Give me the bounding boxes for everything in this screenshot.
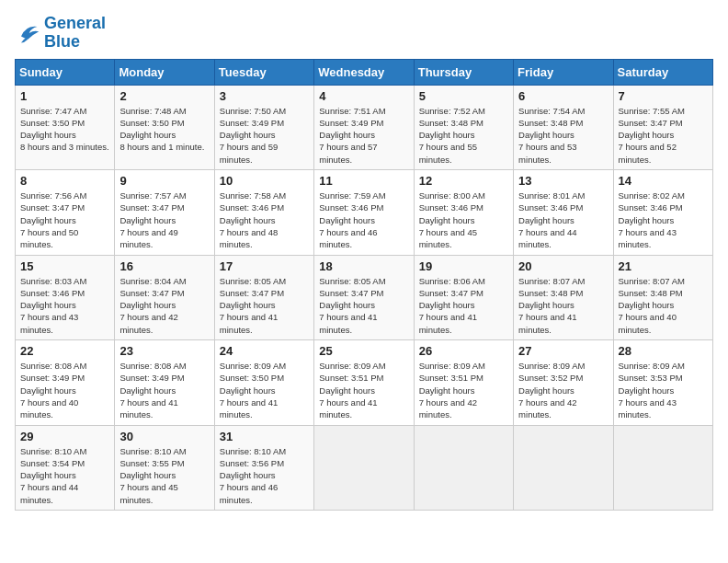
calendar-cell: 15Sunrise: 8:03 AMSunset: 3:46 PMDayligh… — [16, 255, 115, 339]
day-number: 26 — [419, 344, 508, 358]
calendar-cell — [414, 425, 513, 510]
calendar-cell: 28Sunrise: 8:09 AMSunset: 3:53 PMDayligh… — [613, 340, 712, 425]
day-info: Sunrise: 7:57 AMSunset: 3:47 PMDaylight … — [119, 190, 209, 250]
logo-icon — [15, 20, 40, 46]
day-info: Sunrise: 7:50 AMSunset: 3:49 PMDaylight … — [220, 105, 309, 166]
calendar-cell: 19Sunrise: 8:06 AMSunset: 3:47 PMDayligh… — [414, 255, 513, 339]
header-cell-sunday: Sunday — [16, 59, 115, 85]
calendar-cell: 30Sunrise: 8:10 AMSunset: 3:55 PMDayligh… — [115, 425, 214, 510]
calendar-week-2: 8Sunrise: 7:56 AMSunset: 3:47 PMDaylight… — [16, 170, 713, 255]
calendar-cell: 16Sunrise: 8:04 AMSunset: 3:47 PMDayligh… — [115, 255, 214, 339]
calendar-cell: 31Sunrise: 8:10 AMSunset: 3:56 PMDayligh… — [214, 425, 313, 510]
day-info: Sunrise: 8:10 AMSunset: 3:55 PMDaylight … — [119, 445, 209, 506]
day-info: Sunrise: 8:09 AMSunset: 3:51 PMDaylight … — [319, 360, 408, 420]
day-info: Sunrise: 7:58 AMSunset: 3:46 PMDaylight … — [220, 190, 309, 250]
day-info: Sunrise: 8:06 AMSunset: 3:47 PMDaylight … — [419, 275, 508, 336]
day-number: 9 — [119, 174, 209, 188]
day-number: 21 — [619, 259, 708, 273]
day-number: 1 — [20, 89, 109, 103]
calendar-cell — [514, 425, 613, 510]
day-info: Sunrise: 8:09 AMSunset: 3:51 PMDaylight … — [419, 360, 508, 420]
day-number: 2 — [119, 89, 209, 103]
calendar-cell: 11Sunrise: 7:59 AMSunset: 3:46 PMDayligh… — [314, 170, 414, 255]
day-number: 29 — [20, 430, 109, 443]
day-number: 12 — [419, 174, 508, 188]
day-number: 13 — [518, 174, 608, 188]
day-number: 8 — [20, 174, 109, 188]
calendar-cell: 26Sunrise: 8:09 AMSunset: 3:51 PMDayligh… — [414, 340, 513, 425]
day-number: 27 — [518, 344, 608, 358]
day-info: Sunrise: 8:02 AMSunset: 3:46 PMDaylight … — [619, 190, 708, 250]
calendar-cell: 6Sunrise: 7:54 AMSunset: 3:48 PMDaylight… — [514, 85, 613, 169]
calendar-cell: 13Sunrise: 8:01 AMSunset: 3:46 PMDayligh… — [514, 170, 613, 255]
calendar-cell: 20Sunrise: 8:07 AMSunset: 3:48 PMDayligh… — [514, 255, 613, 339]
calendar-week-5: 29Sunrise: 8:10 AMSunset: 3:54 PMDayligh… — [16, 425, 713, 510]
day-number: 4 — [319, 89, 408, 103]
day-number: 14 — [619, 174, 708, 188]
calendar-week-1: 1Sunrise: 7:47 AMSunset: 3:50 PMDaylight… — [16, 85, 713, 169]
calendar-cell: 10Sunrise: 7:58 AMSunset: 3:46 PMDayligh… — [214, 170, 313, 255]
calendar-cell: 5Sunrise: 7:52 AMSunset: 3:48 PMDaylight… — [414, 85, 513, 169]
day-info: Sunrise: 8:08 AMSunset: 3:49 PMDaylight … — [20, 360, 109, 420]
day-number: 17 — [220, 259, 309, 273]
calendar-cell: 7Sunrise: 7:55 AMSunset: 3:47 PMDaylight… — [613, 85, 712, 169]
page-header: General Blue — [15, 15, 713, 52]
header-cell-tuesday: Tuesday — [214, 59, 313, 85]
calendar-cell — [314, 425, 414, 510]
day-info: Sunrise: 8:00 AMSunset: 3:46 PMDaylight … — [419, 190, 508, 250]
calendar-cell: 3Sunrise: 7:50 AMSunset: 3:49 PMDaylight… — [214, 85, 313, 169]
day-number: 31 — [220, 430, 309, 443]
day-number: 23 — [119, 344, 209, 358]
calendar-cell: 25Sunrise: 8:09 AMSunset: 3:51 PMDayligh… — [314, 340, 414, 425]
calendar-week-4: 22Sunrise: 8:08 AMSunset: 3:49 PMDayligh… — [16, 340, 713, 425]
day-number: 11 — [319, 174, 408, 188]
header-cell-friday: Friday — [514, 59, 613, 85]
day-info: Sunrise: 8:09 AMSunset: 3:52 PMDaylight … — [518, 360, 608, 420]
day-number: 6 — [518, 89, 608, 103]
header-cell-wednesday: Wednesday — [314, 59, 414, 85]
day-number: 30 — [119, 430, 209, 443]
calendar-cell: 23Sunrise: 8:08 AMSunset: 3:49 PMDayligh… — [115, 340, 214, 425]
day-number: 10 — [220, 174, 309, 188]
header-cell-monday: Monday — [115, 59, 214, 85]
day-info: Sunrise: 8:10 AMSunset: 3:56 PMDaylight … — [220, 445, 309, 506]
logo-text: General Blue — [44, 15, 106, 52]
day-info: Sunrise: 8:03 AMSunset: 3:46 PMDaylight … — [20, 275, 109, 336]
day-number: 19 — [419, 259, 508, 273]
day-info: Sunrise: 8:05 AMSunset: 3:47 PMDaylight … — [220, 275, 309, 336]
calendar-cell — [613, 425, 712, 510]
calendar-header: SundayMondayTuesdayWednesdayThursdayFrid… — [16, 59, 713, 85]
day-info: Sunrise: 8:10 AMSunset: 3:54 PMDaylight … — [20, 445, 109, 506]
calendar-week-3: 15Sunrise: 8:03 AMSunset: 3:46 PMDayligh… — [16, 255, 713, 339]
day-number: 15 — [20, 259, 109, 273]
calendar-body: 1Sunrise: 7:47 AMSunset: 3:50 PMDaylight… — [16, 85, 713, 510]
calendar-cell: 18Sunrise: 8:05 AMSunset: 3:47 PMDayligh… — [314, 255, 414, 339]
header-cell-thursday: Thursday — [414, 59, 513, 85]
day-info: Sunrise: 7:54 AMSunset: 3:48 PMDaylight … — [518, 105, 608, 166]
day-info: Sunrise: 8:09 AMSunset: 3:50 PMDaylight … — [220, 360, 309, 420]
day-info: Sunrise: 7:47 AMSunset: 3:50 PMDaylight … — [20, 105, 109, 154]
day-info: Sunrise: 7:48 AMSunset: 3:50 PMDaylight … — [119, 105, 209, 154]
day-number: 18 — [319, 259, 408, 273]
logo: General Blue — [15, 15, 106, 52]
calendar-cell: 1Sunrise: 7:47 AMSunset: 3:50 PMDaylight… — [16, 85, 115, 169]
day-info: Sunrise: 8:09 AMSunset: 3:53 PMDaylight … — [619, 360, 708, 420]
day-info: Sunrise: 8:04 AMSunset: 3:47 PMDaylight … — [119, 275, 209, 336]
header-row: SundayMondayTuesdayWednesdayThursdayFrid… — [16, 59, 713, 85]
day-info: Sunrise: 8:08 AMSunset: 3:49 PMDaylight … — [119, 360, 209, 420]
day-info: Sunrise: 7:56 AMSunset: 3:47 PMDaylight … — [20, 190, 109, 250]
day-number: 7 — [619, 89, 708, 103]
calendar-cell: 4Sunrise: 7:51 AMSunset: 3:49 PMDaylight… — [314, 85, 414, 169]
day-info: Sunrise: 7:55 AMSunset: 3:47 PMDaylight … — [619, 105, 708, 166]
calendar-cell: 29Sunrise: 8:10 AMSunset: 3:54 PMDayligh… — [16, 425, 115, 510]
day-info: Sunrise: 7:59 AMSunset: 3:46 PMDaylight … — [319, 190, 408, 250]
calendar-cell: 24Sunrise: 8:09 AMSunset: 3:50 PMDayligh… — [214, 340, 313, 425]
calendar-cell: 22Sunrise: 8:08 AMSunset: 3:49 PMDayligh… — [16, 340, 115, 425]
day-info: Sunrise: 8:05 AMSunset: 3:47 PMDaylight … — [319, 275, 408, 336]
day-number: 3 — [220, 89, 309, 103]
calendar-cell: 8Sunrise: 7:56 AMSunset: 3:47 PMDaylight… — [16, 170, 115, 255]
day-number: 28 — [619, 344, 708, 358]
day-info: Sunrise: 8:01 AMSunset: 3:46 PMDaylight … — [518, 190, 608, 250]
day-info: Sunrise: 7:51 AMSunset: 3:49 PMDaylight … — [319, 105, 408, 166]
calendar-cell: 21Sunrise: 8:07 AMSunset: 3:48 PMDayligh… — [613, 255, 712, 339]
